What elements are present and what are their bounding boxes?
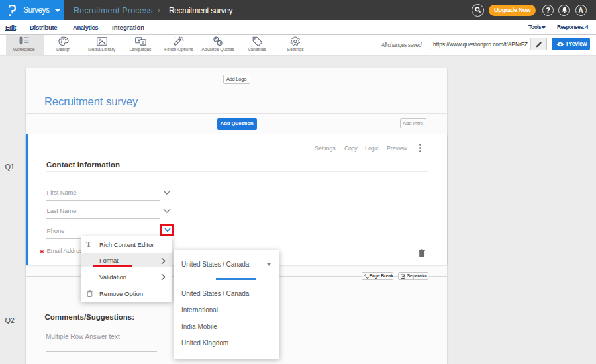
svg-text:★: ★: [137, 38, 140, 42]
svg-text:A: A: [142, 40, 145, 45]
